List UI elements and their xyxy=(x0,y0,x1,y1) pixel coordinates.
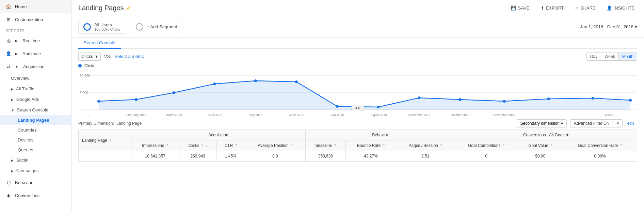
date-range-chevron: ▾ xyxy=(635,24,637,29)
period-week-button[interactable]: Week xyxy=(601,53,618,60)
th-conversions-group: Conversions All Goals ▾ xyxy=(455,130,637,140)
sidebar-item-label: Customization xyxy=(15,17,43,22)
chart-point xyxy=(629,99,632,102)
help-icon[interactable]: ? xyxy=(202,144,204,148)
sidebar-item-conversions[interactable]: ◈ Conversions xyxy=(0,189,71,202)
sidebar-item-label: Audience xyxy=(22,51,41,56)
sidebar-item-label: All Traffic xyxy=(16,86,34,91)
segment-sublabel: 100.00% Clicks xyxy=(94,27,120,31)
date-range[interactable]: Jan 1, 2018 - Dec 31, 2018 ▾ xyxy=(580,24,637,29)
chevron-right-icon: ▶ xyxy=(15,39,18,43)
svg-text:...: ... xyxy=(87,113,90,117)
chevron-right-icon: ▶ xyxy=(11,169,14,173)
metric-value: Clicks xyxy=(81,54,93,59)
chart-point xyxy=(172,91,175,94)
table-controls: Secondary dimension ▾ Advanced Filter ON… xyxy=(517,119,637,127)
add-segment[interactable]: + Add Segment xyxy=(131,21,182,33)
topbar-actions: 💾 SAVE ⬆ EXPORT ⇗ SHARE 👤 INSIGHTS xyxy=(508,4,637,12)
sidebar-item-all-traffic[interactable]: ▶ All Traffic xyxy=(0,84,71,94)
sidebar-item-devices[interactable]: Devices xyxy=(0,135,71,145)
sidebar-item-label: Social xyxy=(16,157,28,163)
advanced-filter-edit-link[interactable]: edit xyxy=(624,120,637,127)
svg-text:10,000: 10,000 xyxy=(80,74,90,78)
primary-dimension-value: Landing Page xyxy=(116,121,142,126)
sidebar-item-campaigns[interactable]: ▶ Campaigns xyxy=(0,165,71,176)
save-button[interactable]: 💾 SAVE xyxy=(508,4,532,12)
help-icon[interactable]: ? xyxy=(334,144,336,148)
sidebar-item-landing-pages[interactable]: Landing Pages xyxy=(0,115,71,125)
primary-dimension-row: Primary Dimension: Landing Page Secondar… xyxy=(78,117,637,130)
segment-circle-empty xyxy=(136,23,143,31)
sidebar-item-home[interactable]: 🏠 Home xyxy=(0,0,71,13)
sidebar-item-overview[interactable]: Overview xyxy=(0,73,71,84)
help-icon[interactable]: ? xyxy=(503,144,505,148)
totals-pages-per-session: 2.51 xyxy=(396,151,455,162)
sidebar-item-customization[interactable]: ⊞ Customization xyxy=(0,13,71,26)
chevron-down-icon: ▼ xyxy=(11,108,14,112)
insights-button[interactable]: 👤 INSIGHTS xyxy=(604,4,637,12)
select-metric-link[interactable]: Select a metric xyxy=(115,54,144,59)
table-area: Primary Dimension: Landing Page Secondar… xyxy=(71,117,644,211)
tab-search-console[interactable]: Search Console xyxy=(78,37,121,49)
all-users-segment[interactable]: All Users 100.00% Clicks xyxy=(78,20,125,34)
share-label: SHARE xyxy=(580,5,596,11)
advanced-filter-text: Advanced Filter ON xyxy=(570,120,613,127)
totals-impressions: 18,641,857 xyxy=(131,151,179,162)
sidebar-item-label: Realtime xyxy=(22,38,40,43)
help-icon[interactable]: ? xyxy=(550,144,552,148)
sidebar-item-search-console[interactable]: ▼ Search Console xyxy=(0,105,71,115)
metric-dropdown-arrow: ▾ xyxy=(95,54,98,59)
chart-scroll-handle[interactable]: ◂ ▸ xyxy=(351,105,364,111)
sidebar-item-realtime[interactable]: ◎ ▶ Realtime xyxy=(0,34,71,47)
svg-text:October 2018: October 2018 xyxy=(451,113,469,117)
period-buttons: Day Week Month xyxy=(586,52,637,61)
totals-avg-position: 8.0 xyxy=(245,151,305,162)
svg-text:April 2018: April 2018 xyxy=(208,113,222,117)
chart-tabs-row: Search Console xyxy=(78,37,637,49)
topbar: Landing Pages ✔ 💾 SAVE ⬆ EXPORT ⇗ SHARE … xyxy=(71,0,644,16)
chart-point xyxy=(254,79,257,82)
svg-text:February 2018: February 2018 xyxy=(126,113,146,117)
sidebar-item-audience[interactable]: 👤 ▶ Audience xyxy=(0,47,71,60)
totals-bounce-rate: 43.27% xyxy=(345,151,396,162)
period-month-button[interactable]: Month xyxy=(619,53,637,60)
sidebar-item-label: Search Console xyxy=(17,107,49,112)
help-icon[interactable]: ? xyxy=(235,144,237,148)
all-goals-dropdown[interactable]: All Goals ▾ xyxy=(549,133,568,137)
data-table: Landing Page ? Acquisition Behavior Conv… xyxy=(78,130,637,162)
secondary-dimension-button[interactable]: Secondary dimension ▾ xyxy=(517,119,567,127)
svg-text:March 2018: March 2018 xyxy=(166,113,182,117)
export-button[interactable]: ⬆ EXPORT xyxy=(538,4,567,12)
sidebar-item-social[interactable]: ▶ Social xyxy=(0,155,71,165)
insights-label: INSIGHTS xyxy=(614,5,634,11)
reports-section-label: REPORTS xyxy=(0,26,71,34)
chart-point xyxy=(592,97,594,100)
svg-text:August 2018: August 2018 xyxy=(370,113,387,117)
th-impressions: Impressions ? xyxy=(131,140,179,151)
sidebar-item-queries[interactable]: Queries xyxy=(0,145,71,155)
sidebar-item-google-ads[interactable]: ▶ Google Ads xyxy=(0,94,71,105)
totals-goal-value: $0.00 xyxy=(518,151,563,162)
help-icon[interactable]: ? xyxy=(440,144,442,148)
metric-dropdown[interactable]: Clicks ▾ xyxy=(78,52,101,61)
sidebar-item-behavior[interactable]: ⬡ Behavior xyxy=(0,176,71,189)
sidebar-item-label: Landing Pages xyxy=(18,118,49,123)
sidebar-item-label: Queries xyxy=(18,147,33,152)
svg-text:September 2018: September 2018 xyxy=(408,113,431,117)
help-icon[interactable]: ? xyxy=(383,144,385,148)
help-icon[interactable]: ? xyxy=(291,144,293,148)
help-icon[interactable]: ? xyxy=(620,144,622,148)
help-icon[interactable]: ? xyxy=(109,139,111,142)
advanced-filter-clear-button[interactable]: ✕ xyxy=(613,120,622,127)
help-icon[interactable]: ? xyxy=(166,144,168,148)
chart-point xyxy=(336,105,339,108)
period-day-button[interactable]: Day xyxy=(587,53,601,60)
sidebar-item-countries[interactable]: Countries xyxy=(0,125,71,135)
svg-text:5,000: 5,000 xyxy=(80,91,88,95)
sidebar-item-label: Google Ads xyxy=(16,97,39,102)
export-label: EXPORT xyxy=(546,5,564,11)
chart-area: Search Console Clicks ▾ VS. Select a met… xyxy=(71,37,644,117)
share-button[interactable]: ⇗ SHARE xyxy=(572,4,598,12)
sidebar-item-acquisition[interactable]: ⇄ ▼ Acquisition xyxy=(0,60,71,73)
chart-area-fill xyxy=(99,81,630,110)
